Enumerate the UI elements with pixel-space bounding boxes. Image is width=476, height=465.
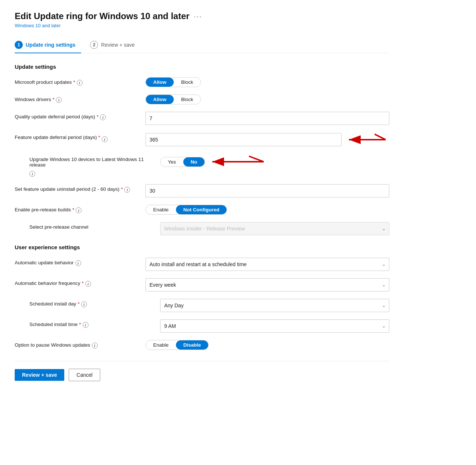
option-pause-updates-row: Option to pause Windows updates i Enable… bbox=[15, 340, 389, 350]
windows-drivers-row: Windows drivers * i Allow Block bbox=[15, 94, 389, 104]
feature-update-uninstall-row: Set feature update uninstall period (2 -… bbox=[15, 184, 389, 197]
automatic-update-behavior-control: Auto install and restart at a scheduled … bbox=[145, 258, 389, 271]
option-pause-updates-toggle: Enable Disable bbox=[145, 340, 209, 350]
option-pause-enable-btn[interactable]: Enable bbox=[146, 340, 176, 350]
automatic-behavior-frequency-control: Every week Every day Every two weeks ⌄ bbox=[145, 278, 389, 291]
enable-prerelease-row: Enable pre-release builds * i Enable Not… bbox=[15, 205, 389, 215]
upgrade-windows10-control: Yes No bbox=[160, 154, 389, 169]
tab1-label: Update ring settings bbox=[26, 42, 75, 48]
option-pause-updates-info-icon[interactable]: i bbox=[92, 343, 98, 348]
upgrade-windows10-yes-btn[interactable]: Yes bbox=[161, 157, 183, 167]
automatic-update-behavior-row: Automatic update behavior i Auto install… bbox=[15, 258, 389, 271]
automatic-update-behavior-dropdown[interactable]: Auto install and restart at a scheduled … bbox=[145, 258, 389, 271]
tabs-container: 1 Update ring settings 2 Review + save bbox=[15, 37, 389, 53]
feature-update-info-icon[interactable]: i bbox=[102, 136, 108, 142]
scheduled-install-time-row: Scheduled install time * i 9 AM 10 AM 11… bbox=[15, 319, 389, 333]
more-options-icon[interactable]: ··· bbox=[194, 12, 202, 21]
tab-update-ring-settings[interactable]: 1 Update ring settings bbox=[15, 37, 81, 53]
windows-drivers-label: Windows drivers * i bbox=[15, 94, 140, 103]
review-save-button[interactable]: Review + save bbox=[15, 369, 64, 381]
tab1-circle: 1 bbox=[15, 41, 23, 49]
feature-update-deferral-row: Feature update deferral period (days) * … bbox=[15, 132, 389, 147]
windows-drivers-toggle: Allow Block bbox=[145, 94, 201, 104]
windows-drivers-block-btn[interactable]: Block bbox=[174, 95, 201, 104]
microsoft-product-allow-btn[interactable]: Allow bbox=[146, 78, 174, 87]
update-settings-header: Update settings bbox=[15, 64, 389, 70]
feature-update-arrow bbox=[345, 132, 389, 147]
windows-drivers-info-icon[interactable]: i bbox=[56, 97, 62, 103]
automatic-behavior-frequency-label: Automatic behavior frequency * i bbox=[15, 278, 140, 287]
feature-update-uninstall-input[interactable] bbox=[145, 184, 389, 197]
select-prerelease-channel-dropdown[interactable]: Windows Insider - Release Preview bbox=[160, 222, 389, 235]
automatic-update-behavior-info-icon[interactable]: i bbox=[75, 260, 81, 266]
upgrade-windows10-arrow bbox=[209, 154, 267, 169]
tab2-label: Review + save bbox=[101, 42, 134, 48]
quality-update-deferral-row: Quality update deferral period (days) * … bbox=[15, 112, 389, 125]
page-subtitle: Windows 10 and later bbox=[15, 23, 389, 28]
scheduled-install-time-label: Scheduled install time * i bbox=[29, 319, 154, 328]
enable-prerelease-control: Enable Not Configured bbox=[145, 205, 389, 215]
quality-update-info-icon[interactable]: i bbox=[100, 114, 106, 120]
feature-update-uninstall-info-icon[interactable]: i bbox=[124, 187, 130, 193]
feature-update-uninstall-control bbox=[145, 184, 389, 197]
cancel-button[interactable]: Cancel bbox=[69, 369, 100, 381]
upgrade-windows10-no-btn[interactable]: No bbox=[183, 157, 205, 167]
scheduled-install-time-control: 9 AM 10 AM 11 AM 12 PM ⌄ bbox=[160, 319, 389, 333]
microsoft-product-updates-info-icon[interactable]: i bbox=[77, 80, 83, 86]
feature-update-deferral-label: Feature update deferral period (days) * … bbox=[15, 132, 140, 142]
microsoft-product-updates-label: Microsoft product updates * i bbox=[15, 77, 140, 86]
automatic-behavior-frequency-info-icon[interactable]: i bbox=[85, 281, 91, 287]
enable-prerelease-toggle: Enable Not Configured bbox=[145, 205, 227, 215]
enable-prerelease-notconfigured-btn[interactable]: Not Configured bbox=[176, 205, 227, 214]
feature-update-uninstall-label: Set feature update uninstall period (2 -… bbox=[15, 184, 140, 193]
scheduled-install-day-info-icon[interactable]: i bbox=[81, 301, 87, 307]
option-pause-updates-control: Enable Disable bbox=[145, 340, 389, 350]
quality-update-deferral-control bbox=[145, 112, 389, 125]
upgrade-windows10-label: Upgrade Windows 10 devices to Latest Win… bbox=[29, 154, 154, 177]
tab2-circle: 2 bbox=[90, 41, 98, 49]
enable-prerelease-enable-btn[interactable]: Enable bbox=[146, 205, 176, 214]
feature-update-deferral-input[interactable] bbox=[145, 133, 342, 146]
scheduled-install-time-info-icon[interactable]: i bbox=[83, 322, 89, 328]
scheduled-install-day-control: Any Day Sunday Monday Tuesday Wednesday … bbox=[160, 299, 389, 312]
feature-update-deferral-control bbox=[145, 132, 389, 147]
bottom-action-bar: Review + save Cancel bbox=[15, 361, 389, 385]
automatic-behavior-frequency-dropdown[interactable]: Every week Every day Every two weeks bbox=[145, 278, 389, 291]
tab-review-save[interactable]: 2 Review + save bbox=[90, 37, 140, 53]
automatic-behavior-frequency-row: Automatic behavior frequency * i Every w… bbox=[15, 278, 389, 291]
upgrade-windows10-toggle: Yes No bbox=[160, 157, 205, 167]
microsoft-product-updates-toggle: Allow Block bbox=[145, 77, 201, 87]
enable-prerelease-label: Enable pre-release builds * i bbox=[15, 205, 140, 213]
windows-drivers-control: Allow Block bbox=[145, 94, 389, 104]
upgrade-windows10-info-icon[interactable]: i bbox=[29, 171, 35, 177]
option-pause-disable-btn[interactable]: Disable bbox=[176, 340, 208, 350]
scheduled-install-day-label: Scheduled install day * i bbox=[29, 299, 154, 307]
enable-prerelease-info-icon[interactable]: i bbox=[76, 207, 82, 213]
page-title: Edit Update ring for Windows 10 and late… bbox=[15, 11, 190, 21]
select-prerelease-channel-label: Select pre-release channel bbox=[29, 222, 154, 230]
microsoft-product-updates-row: Microsoft product updates * i Allow Bloc… bbox=[15, 77, 389, 87]
microsoft-product-block-btn[interactable]: Block bbox=[174, 78, 201, 87]
scheduled-install-day-row: Scheduled install day * i Any Day Sunday… bbox=[15, 299, 389, 312]
upgrade-windows10-row: Upgrade Windows 10 devices to Latest Win… bbox=[15, 154, 389, 177]
microsoft-product-updates-control: Allow Block bbox=[145, 77, 389, 87]
quality-update-deferral-input[interactable] bbox=[145, 112, 389, 125]
scheduled-install-time-dropdown[interactable]: 9 AM 10 AM 11 AM 12 PM bbox=[160, 319, 389, 333]
windows-drivers-allow-btn[interactable]: Allow bbox=[146, 95, 174, 104]
select-prerelease-channel-control: Windows Insider - Release Preview ⌄ bbox=[160, 222, 389, 235]
user-experience-header: User experience settings bbox=[15, 244, 389, 250]
quality-update-deferral-label: Quality update deferral period (days) * … bbox=[15, 112, 140, 120]
option-pause-updates-label: Option to pause Windows updates i bbox=[15, 340, 140, 348]
scheduled-install-day-dropdown[interactable]: Any Day Sunday Monday Tuesday Wednesday … bbox=[160, 299, 389, 312]
automatic-update-behavior-label: Automatic update behavior i bbox=[15, 258, 140, 266]
select-prerelease-channel-row: Select pre-release channel Windows Insid… bbox=[15, 222, 389, 235]
